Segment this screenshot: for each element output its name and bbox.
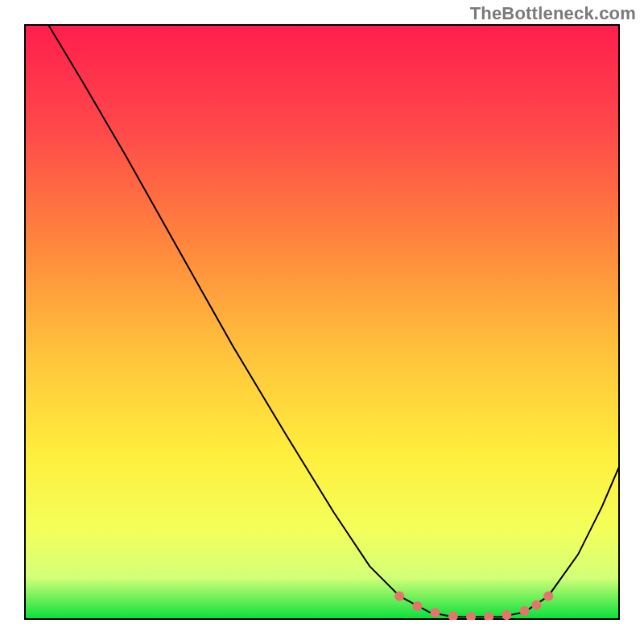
highlight-dot (431, 608, 440, 617)
highlight-dot (520, 606, 530, 616)
highlight-dot (543, 591, 553, 601)
chart-svg (24, 24, 620, 620)
chart-background (25, 25, 619, 619)
highlight-dot (502, 610, 511, 620)
highlight-dot (531, 601, 541, 610)
highlight-dot (412, 601, 422, 611)
chart-plot (24, 24, 620, 620)
highlight-dot (394, 591, 404, 601)
watermark: TheBottleneck.com (470, 3, 636, 24)
